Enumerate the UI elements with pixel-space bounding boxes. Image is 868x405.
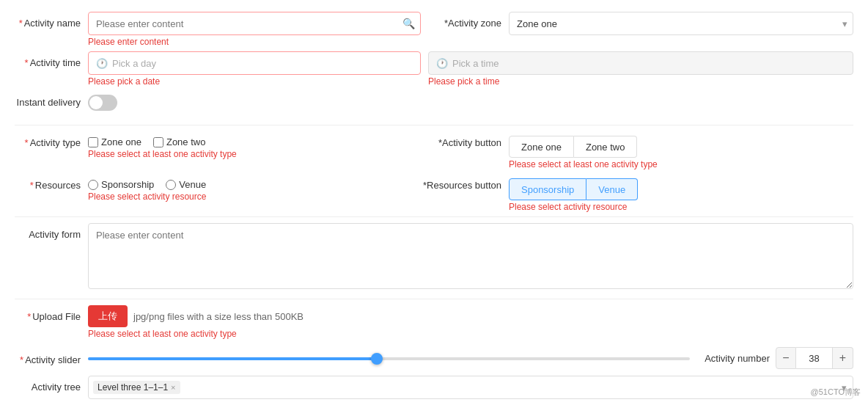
decrement-button[interactable]: − — [776, 347, 796, 369]
calendar-icon: 🕐 — [96, 58, 108, 69]
activity-type-field: Zone one Zone two Please select at least… — [88, 131, 421, 159]
upload-file-row: *Upload File 上传 jpg/png files with a siz… — [15, 305, 853, 339]
instant-delivery-field — [88, 91, 853, 111]
slider-thumb[interactable] — [371, 353, 383, 365]
tree-tag: Level three 1–1–1 × — [93, 381, 180, 394]
watermark: @51CTO博客 — [811, 387, 861, 398]
activity-button-field: Zone one Zone two Please select at least… — [509, 131, 853, 169]
activity-zone-section: *Activity zone Zone one Zone two ▾ — [421, 12, 853, 35]
time-input[interactable]: 🕐 Pick a time — [428, 51, 853, 75]
slider-container — [88, 353, 690, 360]
activity-type-error: Please select at least one activity type — [88, 149, 421, 159]
resources-button-group: Sponsorship Venue — [509, 174, 853, 200]
resources-btn-venue[interactable]: Venue — [586, 178, 638, 200]
divider-2 — [15, 216, 853, 217]
divider-1 — [15, 125, 853, 125]
radio-venue[interactable]: Venue — [166, 179, 206, 190]
time-spacer — [421, 51, 428, 57]
activity-number-label: Activity number — [705, 350, 770, 364]
resources-btn-sponsorship[interactable]: Sponsorship — [509, 178, 586, 200]
upload-row: 上传 jpg/png files with a size less than 5… — [88, 305, 853, 327]
slider-track[interactable] — [88, 357, 690, 360]
time-error: Please pick a time — [428, 76, 853, 87]
upload-file-label: *Upload File — [15, 305, 88, 322]
activity-tree-row: Activity tree Level three 1–1–1 × ▾ — [15, 376, 853, 402]
activity-time-field: 🕐 Pick a day Please pick a date — [88, 51, 421, 87]
date-input[interactable]: 🕐 Pick a day — [88, 51, 421, 75]
resources-button-field: Sponsorship Venue Please select activity… — [509, 174, 853, 212]
activity-type-label: *Activity type — [15, 131, 88, 148]
resources-row: *Resources Sponsorship Venue Please sele… — [15, 174, 853, 212]
radio-venue-input[interactable] — [166, 180, 176, 190]
activity-type-checkboxes: Zone one Zone two — [88, 131, 421, 147]
resources-error: Please select activity resource — [88, 191, 421, 202]
activity-slider-label: *Activity slider — [15, 349, 88, 365]
clock-icon: 🕐 — [436, 58, 448, 69]
checkbox-zone-one-input[interactable] — [88, 137, 98, 147]
time-field: 🕐 Pick a time Please pick a time — [428, 51, 853, 87]
activity-slider-field — [88, 353, 690, 360]
activity-tree-select[interactable]: Level three 1–1–1 × ▾ — [88, 376, 853, 399]
activity-form-row: Activity form — [15, 223, 853, 291]
activity-number-section: Activity number − 38 + — [705, 344, 853, 369]
activity-btn-zone-one[interactable]: Zone one — [509, 136, 574, 158]
instant-delivery-row: Instant delivery — [15, 91, 853, 117]
instant-delivery-label: Instant delivery — [15, 91, 88, 108]
activity-form-field — [88, 223, 853, 291]
activity-time-label: *Activity time — [15, 51, 88, 68]
activity-time-row: *Activity time 🕐 Pick a day Please pick … — [15, 51, 853, 87]
resources-radio-group: Sponsorship Venue — [88, 174, 421, 190]
slider-fill — [88, 357, 377, 360]
activity-name-label: *Activity name — [15, 12, 88, 29]
radio-sponsorship-input[interactable] — [88, 180, 98, 190]
activity-zone-field: Zone one Zone two ▾ — [509, 12, 853, 35]
checkbox-zone-one[interactable]: Zone one — [88, 136, 141, 147]
activity-button-label: *Activity button — [421, 131, 509, 148]
activity-button-error: Please select at least one activity type — [509, 159, 853, 169]
activity-zone-select[interactable]: Zone one Zone two — [509, 12, 853, 35]
activity-btn-zone-two[interactable]: Zone two — [574, 136, 637, 158]
upload-button[interactable]: 上传 — [88, 305, 128, 327]
checkbox-zone-two[interactable]: Zone two — [153, 136, 205, 147]
toggle-knob — [89, 96, 103, 109]
upload-error: Please select at least one activity type — [88, 329, 853, 339]
checkbox-zone-two-input[interactable] — [153, 137, 163, 147]
tree-tag-close-icon[interactable]: × — [171, 383, 175, 392]
activity-form-label: Activity form — [15, 223, 88, 240]
increment-button[interactable]: + — [833, 347, 853, 369]
date-placeholder: Pick a day — [112, 58, 156, 69]
upload-hint: jpg/png files with a size less than 500K… — [133, 311, 304, 322]
activity-button-group: Zone one Zone two — [509, 131, 853, 158]
activity-name-row: *Activity name 🔍 Please enter content *A… — [15, 12, 853, 47]
activity-form-textarea[interactable] — [88, 223, 853, 289]
upload-file-field: 上传 jpg/png files with a size less than 5… — [88, 305, 853, 339]
time-section: 🕐 Pick a time Please pick a time — [421, 51, 853, 87]
activity-tree-label: Activity tree — [15, 376, 88, 393]
divider-3 — [15, 299, 853, 299]
resources-button-label: *Resources button — [421, 174, 509, 191]
number-stepper: − 38 + — [776, 347, 853, 369]
activity-name-input[interactable] — [88, 12, 421, 35]
resources-field: Sponsorship Venue Please select activity… — [88, 174, 421, 202]
activity-button-section: *Activity button Zone one Zone two Pleas… — [421, 131, 853, 169]
chevron-down-icon: ▾ — [842, 18, 847, 29]
activity-name-error: Please enter content — [88, 37, 421, 47]
search-icon: 🔍 — [402, 18, 415, 29]
resources-button-section: *Resources button Sponsorship Venue Plea… — [421, 174, 853, 212]
activity-zone-label: *Activity zone — [421, 12, 509, 29]
activity-tree-field: Level three 1–1–1 × ▾ — [88, 376, 853, 399]
radio-sponsorship[interactable]: Sponsorship — [88, 179, 154, 190]
date-error: Please pick a date — [88, 76, 421, 87]
resources-label: *Resources — [15, 174, 88, 191]
resources-button-error: Please select activity resource — [509, 202, 853, 212]
instant-delivery-toggle[interactable] — [88, 95, 117, 111]
activity-name-field: 🔍 Please enter content — [88, 12, 421, 47]
activity-name-input-wrapper: 🔍 — [88, 12, 421, 35]
activity-type-row: *Activity type Zone one Zone two Please … — [15, 131, 853, 169]
activity-slider-row: *Activity slider Activity number − 38 + — [15, 343, 853, 370]
tree-tag-label: Level three 1–1–1 — [98, 382, 168, 393]
time-placeholder: Pick a time — [452, 58, 499, 69]
stepper-value: 38 — [796, 347, 833, 369]
